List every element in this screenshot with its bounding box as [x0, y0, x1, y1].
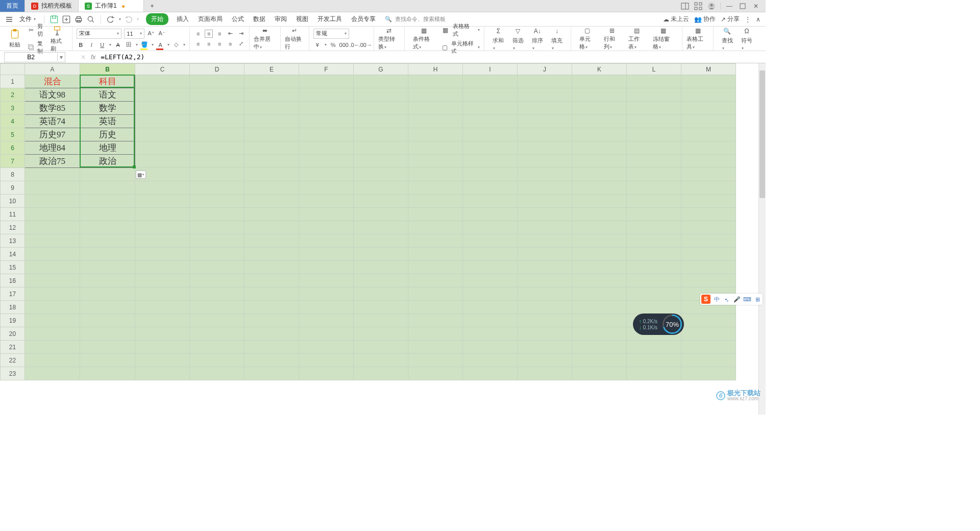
column-header[interactable]: H — [408, 64, 463, 75]
cell[interactable] — [135, 287, 190, 301]
cell[interactable] — [681, 141, 736, 155]
cell[interactable] — [681, 354, 736, 367]
cell[interactable] — [299, 155, 354, 168]
cell[interactable] — [244, 287, 299, 301]
cell[interactable] — [80, 314, 135, 327]
worksheet-icon[interactable]: ▤ — [631, 27, 642, 34]
cell[interactable] — [244, 234, 299, 248]
cell[interactable] — [627, 155, 681, 168]
cell[interactable] — [681, 88, 736, 102]
tab-home[interactable]: 首页 — [0, 0, 25, 12]
cell[interactable] — [627, 261, 681, 274]
cell-style-button[interactable]: ▢单元格样式▾ — [441, 40, 480, 55]
cell[interactable] — [299, 195, 354, 208]
cell[interactable] — [518, 141, 572, 155]
vertical-scrollbar[interactable] — [758, 63, 766, 415]
cell[interactable] — [190, 248, 244, 261]
cell[interactable] — [463, 301, 518, 314]
cell[interactable] — [572, 208, 627, 221]
filter-icon[interactable]: ▽ — [512, 27, 524, 36]
cell[interactable] — [354, 314, 408, 327]
cell[interactable] — [627, 195, 681, 208]
cell[interactable] — [135, 88, 190, 102]
cell[interactable] — [681, 274, 736, 287]
row-header[interactable]: 17 — [1, 287, 25, 301]
cell[interactable] — [190, 115, 244, 128]
cell[interactable] — [627, 367, 681, 380]
cell[interactable] — [463, 274, 518, 287]
cell[interactable] — [681, 327, 736, 341]
sort-icon[interactable]: A↓ — [532, 27, 543, 36]
cell[interactable] — [244, 261, 299, 274]
cell[interactable] — [244, 128, 299, 141]
cell[interactable] — [190, 354, 244, 367]
cell[interactable] — [299, 314, 354, 327]
cell[interactable]: 混合 — [25, 75, 80, 88]
cell[interactable] — [244, 155, 299, 168]
cell[interactable] — [518, 102, 572, 115]
cell[interactable] — [244, 248, 299, 261]
cell[interactable] — [572, 354, 627, 367]
cell[interactable] — [463, 354, 518, 367]
cell[interactable] — [681, 181, 736, 195]
row-header[interactable]: 22 — [1, 354, 25, 367]
chevron-down-icon[interactable]: ▾ — [137, 17, 139, 21]
cell[interactable] — [408, 248, 463, 261]
cell[interactable] — [354, 102, 408, 115]
cell[interactable] — [25, 287, 80, 301]
cell[interactable] — [681, 168, 736, 181]
cell[interactable] — [135, 141, 190, 155]
cell[interactable] — [681, 128, 736, 141]
cell[interactable] — [572, 287, 627, 301]
ime-mic-icon[interactable]: 🎤 — [733, 295, 741, 303]
decrease-decimal-icon[interactable]: .0← — [351, 41, 359, 49]
cell[interactable] — [299, 102, 354, 115]
cell[interactable] — [190, 234, 244, 248]
cell[interactable] — [463, 128, 518, 141]
font-size-select[interactable]: 11▾ — [124, 29, 144, 39]
cell[interactable] — [627, 287, 681, 301]
cell[interactable] — [190, 274, 244, 287]
row-header[interactable]: 5 — [1, 128, 25, 141]
collapse-ribbon-icon[interactable]: ∧ — [756, 16, 761, 23]
cell[interactable] — [518, 274, 572, 287]
cell[interactable] — [627, 102, 681, 115]
redo-icon[interactable] — [124, 15, 133, 24]
cell[interactable] — [244, 274, 299, 287]
avatar-icon[interactable] — [707, 2, 716, 10]
cell[interactable] — [25, 221, 80, 234]
cell[interactable] — [299, 354, 354, 367]
table-style-button[interactable]: ▦表格格式▾ — [441, 22, 480, 38]
cell[interactable] — [408, 287, 463, 301]
tab-template[interactable]: D 找稻壳模板 — [25, 0, 79, 12]
cell[interactable] — [681, 115, 736, 128]
cell[interactable]: 英语74 — [25, 115, 80, 128]
cell[interactable] — [244, 102, 299, 115]
cell[interactable] — [244, 221, 299, 234]
cell[interactable] — [354, 195, 408, 208]
row-header[interactable]: 8 — [1, 168, 25, 181]
fill-icon[interactable]: ↓ — [551, 27, 562, 36]
ribbon-tab-member[interactable]: 会员专享 — [350, 13, 377, 26]
cell[interactable] — [627, 208, 681, 221]
column-header[interactable]: A — [25, 64, 80, 75]
type-convert-icon[interactable]: ⇄ — [383, 27, 395, 34]
cell[interactable] — [80, 234, 135, 248]
cell[interactable] — [354, 301, 408, 314]
cell[interactable] — [190, 128, 244, 141]
cell[interactable] — [627, 75, 681, 88]
cell[interactable] — [627, 221, 681, 234]
cell[interactable] — [408, 261, 463, 274]
cell[interactable] — [354, 75, 408, 88]
cell[interactable] — [190, 141, 244, 155]
cut-button[interactable]: ✂剪切 — [28, 22, 46, 38]
cell[interactable] — [80, 341, 135, 354]
cell[interactable] — [627, 181, 681, 195]
align-middle-icon[interactable]: ≡ — [205, 30, 213, 38]
underline-icon[interactable]: U — [98, 41, 106, 49]
wrap-text-icon[interactable]: ↵ — [289, 27, 300, 34]
cell[interactable] — [354, 341, 408, 354]
increase-font-icon[interactable]: A⁺ — [147, 30, 155, 38]
cell[interactable] — [572, 195, 627, 208]
cell[interactable] — [135, 341, 190, 354]
